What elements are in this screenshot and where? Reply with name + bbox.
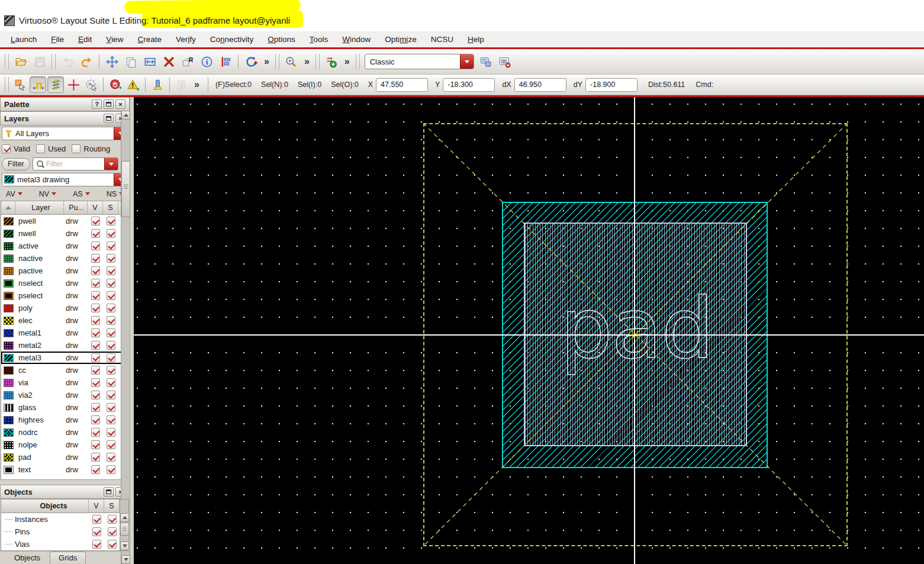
layer-swatch[interactable] [4, 391, 14, 399]
layer-row-metal3[interactable]: metal3 drw [1, 352, 128, 364]
menu-item[interactable]: Edit [71, 33, 99, 46]
layer-swatch[interactable] [4, 329, 14, 337]
layer-visible-checkbox[interactable] [91, 391, 100, 399]
layer-swatch[interactable] [4, 366, 14, 375]
layer-swatch[interactable] [4, 279, 14, 288]
object-row-instances[interactable]: Instances [1, 513, 128, 526]
object-selectable-checkbox[interactable] [108, 527, 117, 536]
dialog-toggle-button[interactable] [496, 53, 514, 70]
layer-row-active[interactable]: active drw [1, 240, 128, 252]
layer-row-nselect[interactable]: nselect drw [1, 277, 128, 289]
filter-button[interactable]: Filter [2, 158, 30, 170]
properties-button[interactable]: i [198, 53, 215, 70]
menu-item[interactable]: Window [335, 33, 378, 46]
menu-item[interactable]: Launch [4, 33, 44, 46]
layer-selectable-checkbox[interactable] [107, 440, 115, 449]
layer-visible-checkbox[interactable] [91, 453, 100, 462]
help-icon[interactable]: ? [92, 99, 102, 109]
panel-tab-objects[interactable]: Objects [6, 552, 49, 564]
edit-layers-button[interactable] [47, 76, 64, 93]
lasso-select-button[interactable] [83, 76, 99, 93]
scroll-up-icon[interactable] [120, 513, 129, 522]
menu-item[interactable]: Create [130, 33, 169, 46]
object-row-vias[interactable]: Vias [1, 538, 128, 550]
toolbar-grip[interactable] [51, 54, 56, 69]
coord-field[interactable]: -18.900 [585, 78, 638, 92]
float-icon[interactable] [104, 114, 114, 123]
layer-selectable-checkbox[interactable] [107, 453, 115, 462]
rotate-button[interactable]: R [179, 53, 197, 70]
layer-selectable-checkbox[interactable] [107, 378, 115, 387]
menu-item[interactable]: Optimize [378, 33, 423, 46]
objects-scrollbar[interactable] [120, 499, 128, 550]
layer-row-pad[interactable]: pad drw [1, 451, 128, 463]
layer-selectable-checkbox[interactable] [107, 229, 115, 238]
layer-visible-checkbox[interactable] [91, 415, 100, 424]
palette-header[interactable]: Palette ? × [0, 97, 130, 111]
coord-field[interactable]: -18.300 [443, 78, 495, 92]
filter-checkbox-item[interactable]: Routing [72, 144, 110, 153]
layer-row-elec[interactable]: elec drw [1, 314, 128, 327]
marker-column-button[interactable] [149, 76, 166, 93]
visibility-button-av[interactable]: AV [6, 190, 22, 198]
close-icon[interactable]: × [115, 99, 125, 109]
stop-drc-button[interactable] [107, 76, 124, 93]
layout-canvas[interactable]: pad [134, 97, 924, 564]
coord-field[interactable]: 46.950 [514, 78, 566, 92]
toolbar-overflow-button[interactable]: » [191, 79, 203, 90]
layer-visible-checkbox[interactable] [91, 291, 100, 300]
chevron-down-icon[interactable] [460, 54, 474, 69]
layer-selectable-checkbox[interactable] [107, 403, 115, 412]
layer-row-pselect[interactable]: pselect drw [1, 289, 128, 302]
layer-selectable-checkbox[interactable] [107, 279, 115, 288]
scroll-up-icon[interactable] [121, 111, 130, 120]
toolbar-grip[interactable] [356, 54, 360, 69]
scrollbar-thumb[interactable] [121, 161, 130, 217]
visibility-button-as[interactable]: AS [73, 190, 90, 198]
layer-swatch[interactable] [4, 466, 14, 474]
layer-visible-checkbox[interactable] [91, 341, 100, 350]
layers-scrollbar[interactable] [121, 111, 130, 564]
layer-visible-checkbox[interactable] [91, 378, 100, 387]
toolbar-overflow-button[interactable]: » [341, 56, 353, 67]
layer-selectable-checkbox[interactable] [107, 254, 115, 263]
purpose-column-header[interactable]: Pu... [64, 201, 88, 214]
object-visible-checkbox[interactable] [92, 540, 101, 549]
layer-row-nwell[interactable]: nwell drw [1, 227, 128, 240]
layer-row-poly[interactable]: poly drw [1, 302, 128, 314]
toolbar-grip[interactable] [5, 54, 9, 69]
layer-swatch[interactable] [4, 404, 14, 412]
scrollbar-thumb[interactable] [120, 523, 129, 536]
layer-swatch[interactable] [4, 230, 14, 238]
layer-swatch[interactable] [4, 453, 14, 462]
float-icon[interactable] [104, 99, 114, 109]
visible-column-header[interactable]: V [89, 499, 104, 513]
refresh-add-button[interactable] [242, 53, 260, 70]
warning-check-button[interactable] [125, 76, 141, 93]
dialog-options-button[interactable] [477, 53, 495, 70]
layer-swatch[interactable] [4, 416, 14, 424]
selectable-column-header[interactable]: S [103, 201, 118, 214]
toolbar-grip[interactable] [315, 54, 320, 69]
align-button[interactable] [217, 53, 234, 70]
layer-swatch[interactable] [4, 341, 14, 350]
toolbar-grip[interactable] [275, 54, 279, 69]
object-visible-checkbox[interactable] [92, 527, 101, 536]
layer-visible-checkbox[interactable] [91, 328, 100, 337]
layer-row-pactive[interactable]: pactive drw [1, 265, 128, 277]
layer-row-via[interactable]: via drw [1, 376, 128, 389]
layer-swatch[interactable] [4, 292, 14, 300]
layer-row-cc[interactable]: cc drw [1, 364, 128, 376]
layer-selectable-checkbox[interactable] [107, 353, 115, 362]
layer-selectable-checkbox[interactable] [107, 415, 115, 424]
layer-visible-checkbox[interactable] [91, 403, 100, 412]
layer-selectable-checkbox[interactable] [107, 328, 115, 337]
menu-item[interactable]: File [44, 33, 71, 46]
route-wire-button[interactable] [30, 76, 46, 93]
layer-visible-checkbox[interactable] [91, 353, 100, 362]
stretch-button[interactable] [141, 53, 159, 70]
layer-selectable-checkbox[interactable] [107, 241, 115, 250]
layer-swatch[interactable] [4, 379, 14, 387]
layer-row-metal2[interactable]: metal2 drw [1, 339, 128, 352]
current-layer-dropdown[interactable]: metal3 drawing [2, 173, 128, 186]
